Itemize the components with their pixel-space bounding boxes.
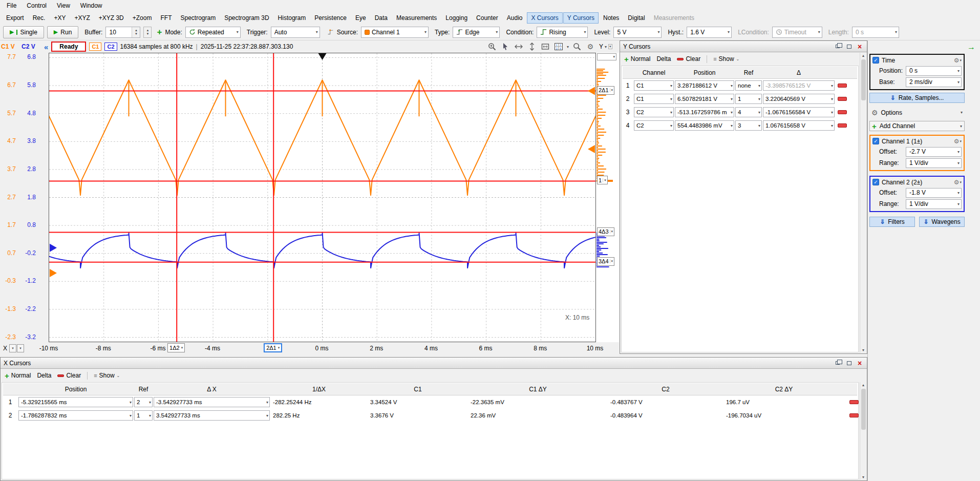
y-cursor-handle-1[interactable]: 1▾ xyxy=(597,176,608,184)
tab-logging[interactable]: Logging xyxy=(441,12,472,24)
y-cursors-titlebar[interactable]: Y Cursors × xyxy=(620,41,867,52)
close-icon[interactable]: × xyxy=(856,43,864,50)
tab-export[interactable]: Export xyxy=(2,12,28,24)
add-icon[interactable]: + xyxy=(157,29,162,35)
y-ref-select[interactable]: none▾ xyxy=(735,80,762,91)
tab-y-cursors[interactable]: Y Cursors xyxy=(563,12,599,24)
remove-cursor-button[interactable] xyxy=(838,97,847,101)
tab-fft[interactable]: FFT xyxy=(156,12,176,24)
x-cursors-titlebar[interactable]: X Cursors × xyxy=(1,358,867,369)
clear-cursors-button[interactable]: Clear xyxy=(57,372,81,379)
time-settings-gear-icon[interactable]: ⚙▾ xyxy=(954,57,962,64)
buffer-spinbox[interactable]: 10▲▼ xyxy=(105,27,140,38)
rate-samples-button[interactable]: ⇓Rate, Samples... xyxy=(869,93,965,103)
x-cursor-handle-2Δ1[interactable]: 2Δ1▾ xyxy=(264,343,282,352)
scroll-down-icon[interactable]: ▾ xyxy=(860,348,866,352)
show-menu-button[interactable]: ≡Show⌄ xyxy=(94,372,120,379)
add-delta-cursor-button[interactable]: Delta xyxy=(37,372,51,379)
plot-settings-gear-icon[interactable]: ⚙ xyxy=(585,41,595,52)
plot-area[interactable]: X: 10 ms xyxy=(49,53,596,342)
x-cursors-scrollbar[interactable]: ▴▾ xyxy=(860,382,866,480)
x-delta-input[interactable]: 3.542927733 ms▾ xyxy=(154,410,270,421)
tab--xy[interactable]: +XY xyxy=(50,12,70,24)
add-channel-button[interactable]: +Add Channel▾ xyxy=(869,121,965,131)
pointer-tool-icon[interactable] xyxy=(500,41,510,52)
chevron-down-icon[interactable]: ▾ xyxy=(567,45,569,49)
multi-scale-icon[interactable]: 1234 xyxy=(553,41,564,52)
menu-file[interactable]: File xyxy=(2,1,21,10)
options-select[interactable]: ⚙Options▾ xyxy=(869,107,965,118)
y-position-input[interactable]: 3.287188612 V▾ xyxy=(675,80,734,91)
tab-measurements[interactable]: Measurements xyxy=(392,12,441,24)
x-cursor-handle-1Δ2[interactable]: 1Δ2▾ xyxy=(167,343,185,352)
x-axis-select-1[interactable]: ▾ xyxy=(9,344,16,352)
y-position-input[interactable]: -513.167259786 m▾ xyxy=(675,107,734,117)
tab-persistence[interactable]: Persistence xyxy=(310,12,351,24)
zoom-tool-icon[interactable] xyxy=(572,41,582,52)
y-delta-value[interactable]: 1.067615658 V▾ xyxy=(763,120,835,131)
y-delta-value[interactable]: 3.220640569 V▾ xyxy=(763,94,835,104)
buffer-step-arrows-icon[interactable]: ▲▼ xyxy=(143,27,152,38)
run-button[interactable]: ▶Run xyxy=(47,26,78,38)
y-cursor-handle-2Δ1[interactable]: 2Δ1▾ xyxy=(597,86,614,95)
tab-spectrogram-3d[interactable]: Spectrogram 3D xyxy=(220,12,273,24)
spinbox-arrows-icon[interactable]: ▲▼ xyxy=(132,27,140,37)
remove-cursor-button[interactable] xyxy=(838,123,847,128)
tab-histogram[interactable]: Histogram xyxy=(274,12,310,24)
c1-badge[interactable]: C1 xyxy=(89,43,101,51)
horizontal-measure-icon[interactable] xyxy=(514,41,524,52)
channel-2-offset-select[interactable]: -1.8 V▾ xyxy=(906,188,962,198)
x-ref-select[interactable]: 2▾ xyxy=(134,397,153,407)
tab-eye[interactable]: Eye xyxy=(351,12,370,24)
trigger-select[interactable]: Auto▾ xyxy=(271,27,320,38)
undock-icon[interactable] xyxy=(834,43,842,50)
x-delta-input[interactable]: -3.542927733 ms▾ xyxy=(154,397,270,407)
single-button[interactable]: ▶Single xyxy=(3,26,44,38)
zoom-in-icon[interactable] xyxy=(487,41,497,52)
time-base-select[interactable]: 2 ms/div▾ xyxy=(906,77,962,87)
tab-measurements[interactable]: Measurements xyxy=(650,12,698,24)
y-position-input[interactable]: 554.4483986 mV▾ xyxy=(675,120,734,131)
x-position-input[interactable]: -1.786287832 ms▾ xyxy=(18,410,133,421)
y-delta-value[interactable]: -3.3985765125 V▾ xyxy=(763,80,835,91)
x-axis-select-2[interactable]: ▾ xyxy=(17,344,24,352)
channel-1-gear-icon[interactable]: ⚙▾ xyxy=(954,138,962,145)
y-channel-select[interactable]: C2▾ xyxy=(634,107,674,117)
level-select[interactable]: 5 V▾ xyxy=(613,27,662,38)
y-ref-select[interactable]: 4▾ xyxy=(735,107,762,117)
add-normal-cursor-button[interactable]: +Normal xyxy=(624,55,650,62)
tab--xyz[interactable]: +XYZ xyxy=(70,12,94,24)
show-menu-button[interactable]: ≡Show⌄ xyxy=(713,55,739,62)
scroll-thumb[interactable] xyxy=(861,389,866,430)
y-channel-select[interactable]: C1▾ xyxy=(634,80,674,91)
remove-cursor-button[interactable] xyxy=(849,400,859,404)
time-position-select[interactable]: 0 s▾ xyxy=(906,66,962,76)
c2-badge[interactable]: C2 xyxy=(104,43,117,51)
scroll-down-icon[interactable]: ▾ xyxy=(860,475,866,479)
menu-window[interactable]: Window xyxy=(76,1,107,10)
tab-counter[interactable]: Counter xyxy=(472,12,502,24)
collapse-left-icon[interactable]: « xyxy=(44,43,48,51)
filters-button[interactable]: ⇓Filters xyxy=(869,217,915,227)
waveform-canvas[interactable]: X: 10 ms xyxy=(49,53,595,342)
y-position-input[interactable]: 6.507829181 V▾ xyxy=(675,94,734,104)
channel-2-range-select[interactable]: 1 V/div▾ xyxy=(906,199,962,209)
tab-audio[interactable]: Audio xyxy=(503,12,527,24)
expand-panel-icon[interactable]: → xyxy=(967,43,975,52)
scroll-up-icon[interactable]: ▴ xyxy=(860,53,866,58)
condition-select[interactable]: Rising▾ xyxy=(537,27,588,38)
y-cursor-handle-3Δ4[interactable]: 3Δ4▾ xyxy=(597,257,614,266)
channel-1-offset-select[interactable]: -2.7 V▾ xyxy=(906,147,962,157)
hysteresis-select[interactable]: 1.6 V▾ xyxy=(687,27,732,38)
tab-x-cursors[interactable]: X Cursors xyxy=(527,12,562,24)
scroll-thumb[interactable] xyxy=(861,59,866,100)
tab--zoom[interactable]: +Zoom xyxy=(129,12,156,24)
undock-icon[interactable] xyxy=(834,360,842,367)
wavegens-button[interactable]: ⇓Wavegens xyxy=(919,217,965,227)
close-icon[interactable]: × xyxy=(856,360,864,367)
y-ref-select[interactable]: 3▾ xyxy=(735,120,762,131)
chevron-down-icon[interactable]: ▾ xyxy=(608,44,612,49)
remove-cursor-button[interactable] xyxy=(849,413,859,417)
maximize-icon[interactable] xyxy=(845,43,853,50)
strip-axis-select[interactable]: ▾ xyxy=(597,53,616,60)
